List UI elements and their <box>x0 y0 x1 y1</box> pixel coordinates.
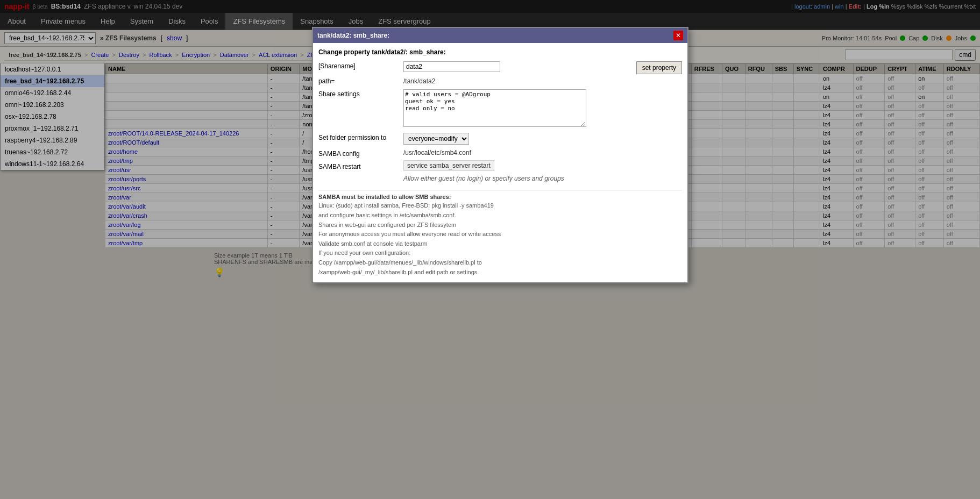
permission-row: Set folder permission to everyone=modify… <box>318 133 628 145</box>
share-settings-value: # valid users = @ADgroup guest ok = yes … <box>403 89 628 129</box>
modal-title-bar: tank/data2: smb_share: ✕ <box>313 28 687 43</box>
allow-text: Allow either guest (no login) or specify… <box>403 175 564 182</box>
share-settings-row: Share settings # valid users = @ADgroup … <box>318 89 628 129</box>
modal-samba-note: SAMBA must be installed to allow SMB sha… <box>318 194 682 200</box>
path-value: /tank/data2 <box>403 76 435 85</box>
set-property-button[interactable]: set property <box>636 61 682 74</box>
modal-close-button[interactable]: ✕ <box>673 31 683 40</box>
permission-label: Set folder permission to <box>318 133 399 141</box>
info-line: Shares in web-gui are configured per ZFS… <box>318 220 682 230</box>
modal-title: tank/data2: smb_share: <box>317 32 389 39</box>
modal-body: Change property tank/data2/: smb_share: … <box>313 43 687 282</box>
permission-select[interactable]: everyone=modify everyone=read everyone=n… <box>403 133 469 145</box>
modal-divider <box>318 190 682 190</box>
modal-dialog: tank/data2: smb_share: ✕ Change property… <box>312 27 688 282</box>
sharename-input[interactable] <box>403 61 500 72</box>
modal-info: and configure basic settings in /etc/sam… <box>318 211 682 277</box>
info-line: If you need your own configuration: <box>318 248 682 258</box>
samba-config-row: SAMBA config /usr/local/etc/smb4.conf <box>318 149 628 158</box>
samba-restart-row: SAMBA restart service samba_server resta… <box>318 162 628 170</box>
modal-overlay[interactable]: tank/data2: smb_share: ✕ Change property… <box>0 0 980 282</box>
info-line: Validate smb.conf at console via testpar… <box>318 239 682 249</box>
sharename-row: [Sharename] <box>318 61 628 72</box>
samba-restart-label: SAMBA restart <box>318 162 399 170</box>
samba-config-value: /usr/local/etc/smb4.conf <box>403 149 471 156</box>
share-settings-textarea[interactable]: # valid users = @ADgroup guest ok = yes … <box>403 89 586 127</box>
modal-install-cmd: Linux: (sudo) apt install samba, Free-BS… <box>318 202 682 209</box>
modal-subtitle: Change property tank/data2/: smb_share: <box>318 48 682 56</box>
permission-value: everyone=modify everyone=read everyone=n… <box>403 133 628 145</box>
sharename-label: [Sharename] <box>318 61 399 70</box>
share-settings-label: Share settings <box>318 89 399 98</box>
info-line: Copy /xampp/web-gui/data/menues/_lib/win… <box>318 258 682 268</box>
samba-config-label: SAMBA config <box>318 149 399 158</box>
path-row: path= /tank/data2 <box>318 76 628 85</box>
sharename-value <box>403 61 628 72</box>
info-line: /xampp/web-gui/_my/_lib/sharelib.pl and … <box>318 268 682 277</box>
info-line: For anonymous access you must allow ever… <box>318 230 682 239</box>
samba-restart-value: service samba_server restart <box>403 162 628 169</box>
path-label: path= <box>318 76 399 85</box>
info-line: and configure basic settings in /etc/sam… <box>318 211 682 220</box>
allow-row: Allow either guest (no login) or specify… <box>318 175 628 182</box>
